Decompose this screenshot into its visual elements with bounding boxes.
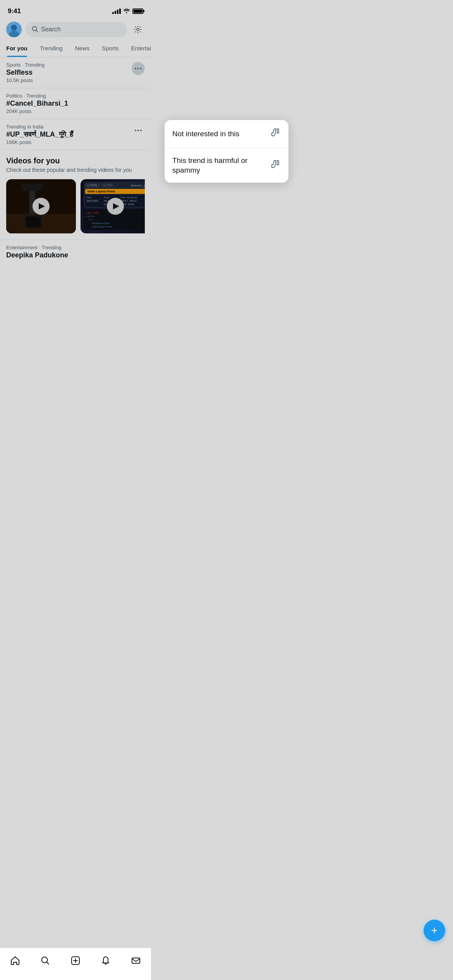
dimmer[interactable] xyxy=(0,0,151,327)
context-overlay: Not interested in this This trend is har… xyxy=(0,0,151,327)
